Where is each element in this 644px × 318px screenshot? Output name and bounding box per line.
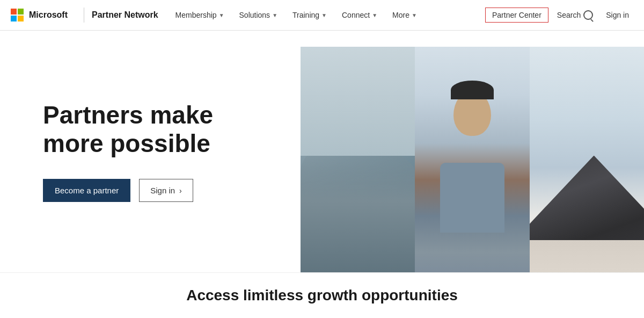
- hero-right: [301, 31, 644, 272]
- hero-section: Partners make more possible Become a par…: [0, 31, 644, 272]
- hero-left: Partners make more possible Become a par…: [0, 31, 301, 272]
- hero-buttons: Become a partner Sign in ›: [43, 179, 268, 202]
- hero-image: [301, 47, 644, 272]
- chevron-down-icon: ▼: [412, 12, 417, 18]
- partner-network-label: Partner Network: [92, 10, 158, 20]
- microsoft-logo: [11, 9, 24, 21]
- hero-panel-2: [415, 47, 529, 272]
- nav-divider: [84, 8, 84, 23]
- search-label: Search: [557, 11, 581, 19]
- search-icon: [583, 10, 593, 20]
- chevron-down-icon: ▼: [272, 12, 277, 18]
- signin-link[interactable]: Sign in: [602, 11, 633, 19]
- chevron-down-icon: ▼: [219, 12, 224, 18]
- chevron-down-icon: ▼: [372, 12, 377, 18]
- nav-actions: Partner Center Search Sign in: [485, 8, 633, 23]
- navbar: Microsoft Partner Network Membership ▼ S…: [0, 0, 644, 31]
- hero-title: Partners make more possible: [43, 101, 268, 158]
- hero-panel-3: [530, 47, 644, 272]
- hero-panel-1: [301, 47, 415, 272]
- bottom-section: Access limitless growth opportunities: [0, 272, 644, 318]
- chevron-down-icon: ▼: [321, 12, 327, 18]
- become-partner-button[interactable]: Become a partner: [43, 179, 130, 202]
- nav-solutions[interactable]: Solutions ▼: [233, 0, 284, 31]
- person-head: [453, 90, 491, 136]
- nav-training[interactable]: Training ▼: [286, 0, 333, 31]
- nav-more[interactable]: More ▼: [386, 0, 423, 31]
- microsoft-brand-label: Microsoft: [29, 10, 68, 20]
- bottom-title: Access limitless growth opportunities: [186, 287, 458, 304]
- logo-area[interactable]: Microsoft: [11, 9, 68, 21]
- nav-connect[interactable]: Connect ▼: [335, 0, 384, 31]
- hero-signin-button[interactable]: Sign in ›: [139, 179, 193, 202]
- nav-membership[interactable]: Membership ▼: [169, 0, 231, 31]
- arrow-right-icon: ›: [179, 186, 182, 195]
- partner-center-button[interactable]: Partner Center: [485, 8, 548, 23]
- nav-links: Membership ▼ Solutions ▼ Training ▼ Conn…: [169, 0, 485, 31]
- person-body: [440, 163, 504, 233]
- search-area[interactable]: Search: [552, 10, 598, 20]
